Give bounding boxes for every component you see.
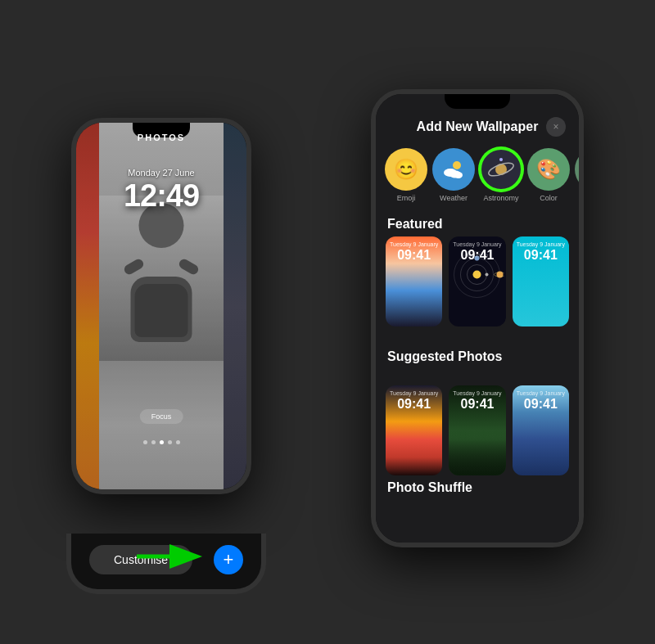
photos-label: PHOTOS — [76, 133, 246, 142]
collections-thumb-time: 09:41 — [386, 248, 442, 263]
page-dot-3 — [160, 440, 164, 444]
forest-gradient — [449, 430, 505, 475]
photo-shuffle-section: Photo Shuffle — [376, 475, 579, 498]
svg-point-2 — [453, 161, 461, 169]
weather-icon-svg — [440, 156, 467, 182]
photo-shuffle-title: Photo Shuffle — [387, 480, 567, 495]
page-dots — [76, 440, 246, 444]
wallpaper-title: Add New Wallpaper — [409, 119, 546, 134]
suggested-title: Suggested Photos — [376, 345, 579, 369]
photos-type-icon[interactable]: 🌿 — [575, 148, 579, 191]
sunset-clock: 09:41 — [386, 397, 442, 412]
wtype-emoji[interactable]: 😊 Emoji — [386, 148, 427, 205]
add-button[interactable]: + — [214, 545, 243, 574]
close-icon: × — [553, 121, 558, 133]
right-phone-screen: Add New Wallpaper × 😊 Emoji — [376, 94, 579, 543]
close-button[interactable]: × — [546, 117, 566, 137]
page-dot-1 — [143, 440, 147, 444]
focus-bar: Focus — [140, 409, 183, 424]
lake-clock: 09:41 — [513, 397, 569, 412]
focus-label: Focus — [151, 412, 172, 421]
sunset-date: Tuesday 9 January — [386, 390, 442, 396]
wallpaper-types-row: 😊 Emoji Weath — [376, 145, 579, 212]
color-thumb[interactable]: Tuesday 9 January 09:41 Color — [513, 236, 569, 327]
color-type-icon[interactable]: 🎨 — [527, 148, 570, 191]
collections-thumb-date: Tuesday 9 January — [386, 241, 442, 247]
astronomy-icon-svg — [486, 155, 516, 184]
forest-date: Tuesday 9 January — [449, 390, 505, 396]
color-type-label: Color — [540, 194, 558, 202]
sunset-thumb[interactable]: Tuesday 9 January 09:41 — [386, 385, 442, 475]
lake-date: Tuesday 9 January — [513, 390, 569, 396]
arrow-svg — [133, 543, 206, 571]
forest-thumb[interactable]: Tuesday 9 January 09:41 — [449, 385, 505, 475]
svg-point-9 — [472, 271, 481, 279]
featured-row: Tuesday 9 January 09:41 Collections Tues… — [376, 236, 579, 327]
page-dot-2 — [151, 440, 156, 444]
astronomy-date-extra: Mon 27 Jan — [450, 253, 504, 258]
wtype-color[interactable]: 🎨 Color — [528, 148, 569, 205]
right-phone-wrapper: Add New Wallpaper × 😊 Emoji — [371, 89, 584, 547]
weather-type-icon[interactable] — [432, 148, 475, 191]
suggested-row: Tuesday 9 January 09:41 Tuesday 9 Januar… — [376, 385, 579, 475]
color-thumb-time: 09:41 — [513, 248, 569, 263]
forest-clock: 09:41 — [449, 397, 505, 412]
date-label: Monday 27 June — [76, 168, 246, 178]
time-display: 12:49 — [76, 178, 246, 214]
astronomy-thumb[interactable]: Tuesday 9 January 09:41 — [449, 236, 505, 327]
left-phone-wrapper: PHOTOS Monday 27 June 12:49 Focus — [71, 118, 261, 552]
svg-point-11 — [485, 273, 488, 277]
color-thumb-date: Tuesday 9 January — [513, 241, 569, 247]
wtype-photos[interactable]: 🌿 PHOTOS_PER_DESC — [576, 148, 579, 205]
astronomy-type-icon[interactable] — [480, 148, 522, 191]
left-phone-screen: PHOTOS Monday 27 June 12:49 Focus — [76, 123, 246, 489]
left-phone: PHOTOS Monday 27 June 12:49 Focus — [71, 118, 251, 494]
lake-thumb[interactable]: Tuesday 9 January 09:41 — [513, 385, 569, 475]
arrow-indicator — [133, 543, 206, 574]
svg-point-5 — [454, 172, 463, 178]
right-phone: Add New Wallpaper × 😊 Emoji — [371, 89, 584, 547]
weather-type-label: Weather — [440, 194, 468, 202]
wtype-astronomy[interactable]: Astronomy — [481, 148, 522, 205]
featured-title: Featured — [376, 212, 579, 236]
page-dot-5 — [176, 440, 180, 444]
emoji-type-icon[interactable]: 😊 — [385, 148, 427, 191]
svg-point-8 — [499, 158, 503, 161]
astronomy-thumb-date: Tuesday 9 January — [449, 241, 505, 247]
emoji-type-label: Emoji — [397, 194, 416, 202]
page-dot-4 — [168, 440, 172, 444]
collections-thumb[interactable]: Tuesday 9 January 09:41 Collections — [386, 236, 442, 327]
right-phone-notch — [445, 94, 510, 109]
wtype-weather[interactable]: Weather — [433, 148, 474, 205]
astronomy-type-label: Astronomy — [483, 194, 518, 202]
scene: PHOTOS Monday 27 June 12:49 Focus — [0, 0, 655, 644]
